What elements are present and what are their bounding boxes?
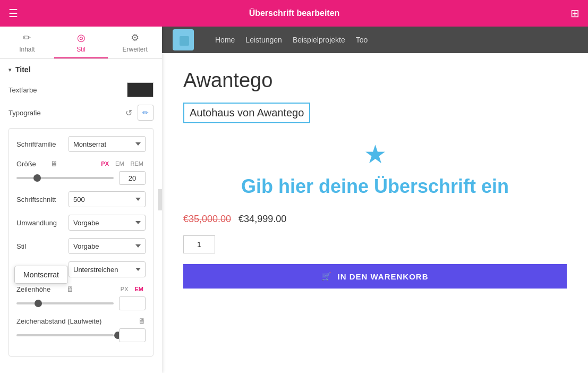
preview-content: Awantego Autohaus von Awantego ★ Gib hie…	[162, 53, 588, 373]
schriftfamilie-select[interactable]: Montserrat Arial Georgia Helvetica Robot…	[69, 136, 146, 152]
preview-site-title: Awantego	[183, 69, 567, 92]
zeilenhoehe-row: Zeilenhöhe 🖥 PX EM	[16, 285, 146, 310]
groesse-slider[interactable]	[16, 177, 114, 179]
textfarbe-row: Textfarbe	[8, 82, 154, 97]
nav-link-beispiel[interactable]: Beispielprojekte	[293, 36, 345, 44]
preview-prices: €35,000.00 €34,999.00	[183, 214, 567, 225]
zeichenabstand-label: Zeichenabstand (Laufweite)	[16, 317, 136, 325]
stil-label: Stil	[16, 242, 64, 250]
zeilenhoehe-slider[interactable]	[16, 302, 114, 304]
left-panel: ✏ Inhalt ◎ Stil ⚙ Erweitert ▾ Titel Text…	[0, 27, 162, 373]
zeichenabstand-slider[interactable]	[16, 334, 114, 336]
preview-area: Home Leistungen Beispielprojekte Too Awa…	[162, 27, 588, 373]
section-titel-label: Titel	[15, 65, 31, 74]
color-swatch[interactable]	[127, 82, 154, 97]
preview-selected-text[interactable]: Autohaus von Awantego	[183, 103, 310, 123]
preview-old-price: €35,000.00	[183, 214, 231, 225]
zeichenabstand-row: Zeichenabstand (Laufweite) 🖥	[16, 317, 146, 342]
umwandlung-select[interactable]: Vorgabe Großbuchstaben Kleinbuchstaben K…	[69, 215, 146, 231]
circle-icon: ◎	[77, 32, 86, 44]
tab-erweitert[interactable]: ⚙ Erweitert	[108, 27, 162, 58]
preview-logo	[173, 29, 194, 50]
add-to-cart-button[interactable]: 🛒 IN DEN WARENKORB	[183, 264, 567, 289]
cart-btn-label: IN DEN WARENKORB	[337, 272, 428, 281]
preview-star: ★	[183, 139, 567, 169]
unit-rem-button[interactable]: REM	[129, 159, 146, 168]
tab-inhalt[interactable]: ✏ Inhalt	[0, 27, 54, 58]
chevron-down-icon: ▾	[8, 67, 11, 73]
tab-stil[interactable]: ◎ Stil	[54, 27, 108, 58]
grid-icon[interactable]: ⊞	[568, 5, 582, 22]
monitor-icon-2: 🖥	[66, 285, 74, 293]
top-bar: ☰ Überschrift bearbeiten ⊞	[0, 0, 588, 27]
schriftschnitt-select[interactable]: 100200300400 500600700800900	[69, 191, 146, 207]
umwandlung-row: Umwandlung Vorgabe Großbuchstaben Kleinb…	[16, 215, 146, 231]
zeilenhoehe-em-button[interactable]: EM	[133, 285, 146, 293]
monitor-icon-3: 🖥	[138, 317, 146, 325]
stil-row: Stil Vorgabe Normal Kursiv	[16, 238, 146, 254]
groesse-input[interactable]: 20	[119, 171, 146, 185]
preview-heading[interactable]: Gib hier deine Überschrift ein	[183, 175, 567, 198]
groesse-label: Größe	[16, 160, 48, 168]
groesse-row: Größe 🖥 PX EM REM 20	[16, 159, 146, 185]
groesse-slider-row: 20	[16, 171, 146, 185]
pencil-icon: ✏	[23, 32, 31, 44]
preview-new-price: €34,999.00	[238, 214, 286, 225]
schriftfamilie-label: Schriftfamilie	[16, 140, 64, 148]
tab-stil-label: Stil	[76, 46, 86, 53]
nav-link-too[interactable]: Too	[356, 36, 368, 44]
zeichenabstand-slider-row	[16, 328, 146, 342]
textfarbe-label: Textfarbe	[8, 86, 56, 94]
schriftschnitt-row: Schriftschnitt 100200300400 500600700800…	[16, 191, 146, 207]
zeilenhoehe-px-button[interactable]: PX	[118, 285, 131, 293]
preview-quantity[interactable]: 1	[183, 235, 215, 253]
zeilenhoehe-label: Zeilenhöhe	[16, 285, 64, 293]
auszeichnung-select[interactable]: Keine Unterstreichen Überstreichen Durch…	[69, 261, 146, 277]
nav-link-home[interactable]: Home	[215, 36, 235, 44]
tab-inhalt-label: Inhalt	[19, 46, 35, 53]
typografie-row: Typografie ↺ ✏	[8, 105, 154, 121]
unit-em-button[interactable]: EM	[113, 159, 126, 168]
zeilenhoehe-slider-row	[16, 296, 146, 310]
main-layout: ✏ Inhalt ◎ Stil ⚙ Erweitert ▾ Titel Text…	[0, 27, 588, 373]
gear-icon: ⚙	[131, 32, 139, 44]
font-section: Schriftfamilie Montserrat Arial Georgia …	[8, 128, 154, 357]
nav-link-leistungen[interactable]: Leistungen	[245, 36, 282, 44]
unit-buttons: PX EM REM	[99, 159, 146, 168]
typografie-actions: ↺ ✏	[123, 105, 154, 121]
refresh-button[interactable]: ↺	[123, 107, 134, 118]
panel-content: ▾ Titel Textfarbe Typografie ↺ ✏ S	[0, 59, 162, 373]
umwandlung-label: Umwandlung	[16, 219, 64, 227]
font-tooltip: Montserrat	[14, 266, 68, 284]
typografie-label: Typografie	[8, 109, 56, 117]
zeilenhoehe-units: PX EM	[118, 285, 146, 293]
page-title: Überschrift bearbeiten	[24, 9, 564, 18]
tabs-bar: ✏ Inhalt ◎ Stil ⚙ Erweitert	[0, 27, 162, 59]
monitor-icon: 🖥	[50, 159, 58, 168]
cart-icon: 🛒	[321, 272, 332, 281]
edit-typografie-button[interactable]: ✏	[138, 105, 154, 121]
section-titel[interactable]: ▾ Titel	[8, 65, 154, 74]
zeilenhoehe-input[interactable]	[119, 296, 146, 310]
hamburger-icon[interactable]: ☰	[6, 5, 20, 22]
schriftfamilie-row: Schriftfamilie Montserrat Arial Georgia …	[16, 136, 146, 152]
stil-select[interactable]: Vorgabe Normal Kursiv	[69, 238, 146, 254]
svg-rect-1	[180, 36, 189, 46]
zeichenabstand-input[interactable]	[119, 328, 146, 342]
preview-nav: Home Leistungen Beispielprojekte Too	[162, 27, 588, 53]
collapse-panel-button[interactable]: ‹	[158, 189, 162, 210]
unit-px-button[interactable]: PX	[99, 159, 111, 168]
tab-erweitert-label: Erweitert	[123, 46, 148, 53]
schriftschnitt-label: Schriftschnitt	[16, 196, 64, 204]
